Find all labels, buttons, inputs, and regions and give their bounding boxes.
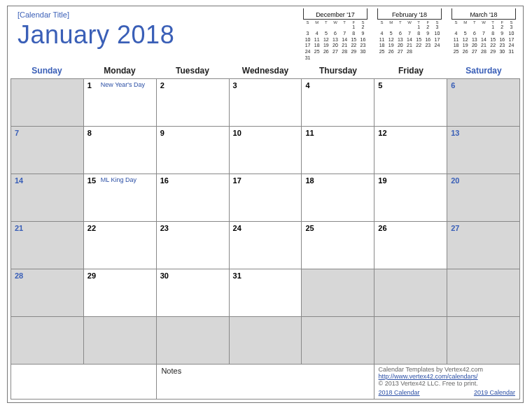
mini-day: 22 [489,43,498,49]
mini-calendar: December '17SMTWTFS123456789101112131415… [302,10,369,62]
day-number: 26 [378,224,386,232]
day-number: 15 [88,176,96,185]
mini-day: 31 [507,49,516,55]
day-number: 12 [378,129,386,137]
mini-day: 25 [377,49,386,55]
day-number: 1 [88,81,92,90]
calendar-cell [374,317,447,365]
day-number: 25 [305,224,314,232]
calendar-cell: 26 [374,222,447,269]
calendar-cell: 9 [157,127,230,174]
mini-day: 2 [498,24,507,31]
mini-day: 5 [386,31,396,37]
day-number: 9 [160,129,164,137]
link-2018[interactable]: 2018 Calendar [379,389,420,396]
dow-label: Friday [374,66,447,76]
mini-day: 3 [303,31,312,37]
calendar-cell: 14 [11,174,84,222]
mini-day: 21 [340,43,349,49]
mini-day: 26 [321,49,330,55]
calendar-cell: 31 [230,269,302,317]
mini-day: 14 [340,37,349,43]
notes-cell: Notes [156,365,374,400]
link-2019[interactable]: 2019 Calendar [474,389,515,396]
calendar-cell: 21 [11,222,84,269]
mini-day: 4 [377,31,386,37]
calendar-cell: 7 [11,127,84,174]
mini-day: 6 [396,31,405,37]
mini-day: 21 [405,43,414,49]
day-number: 30 [160,271,169,280]
mini-day: 23 [498,43,507,49]
mini-calendar-grid: 1234567891011121314151617181920212223242… [302,24,369,62]
day-number: 2 [160,81,164,90]
mini-day: 18 [312,43,321,49]
mini-day: 19 [386,43,396,49]
day-number: 6 [451,81,455,90]
mini-day: 7 [405,31,414,37]
day-number: 14 [15,176,23,185]
day-number: 5 [378,81,382,90]
mini-day: 17 [433,37,442,43]
mini-day: 23 [358,43,368,49]
mini-day: 5 [321,31,330,37]
calendar-cell: 20 [447,174,520,222]
mini-day: 15 [349,37,358,43]
calendar-cell: 29 [84,269,157,317]
day-number: 13 [451,129,459,137]
month-title: January 2018 [18,20,302,50]
calendar-cell [84,317,157,365]
mini-calendar-grid: 1234567891011121314151617181920212223242… [376,24,443,55]
mini-day: 27 [470,49,479,55]
mini-day: 10 [433,31,442,37]
title-block: [Calendar Title] January 2018 [18,10,302,62]
day-number: 20 [451,176,459,185]
day-number: 11 [305,129,314,137]
mini-day: 18 [451,43,461,49]
mini-day: 10 [303,37,312,43]
day-number: 10 [233,129,241,137]
day-number: 24 [233,224,241,232]
mini-day: 1 [414,24,424,31]
credits-line1: Calendar Templates by Vertex42.com [379,366,515,373]
notes-label: Notes [161,367,181,375]
day-number: 7 [15,129,19,137]
mini-day: 16 [498,37,507,43]
mini-day: 12 [321,37,330,43]
mini-day: 25 [312,49,321,55]
mini-day: 25 [451,49,461,55]
day-number: 29 [88,271,96,280]
mini-calendar-title: December '17 [303,10,368,20]
day-number: 28 [15,271,23,280]
calendar-cell: 6 [447,79,520,127]
mini-day: 7 [340,31,349,37]
mini-day: 24 [507,43,516,49]
day-number: 22 [88,224,96,232]
mini-calendar-title: February '18 [377,10,442,20]
mini-day: 28 [479,49,488,55]
mini-day: 1 [349,24,358,31]
calendar-document: [Calendar Title] January 2018 December '… [7,6,524,403]
dow-row: SundayMondayTuesdayWednesdayThursdayFrid… [8,63,523,78]
calendar-cell [374,269,447,317]
holiday-label: New Year's Day [101,81,145,88]
day-number: 23 [160,224,169,232]
mini-day: 14 [405,37,414,43]
calendar-cell: 22 [84,222,157,269]
calendar-cell: 13 [447,127,520,174]
mini-day: 4 [451,31,461,37]
mini-day: 22 [349,43,358,49]
mini-day: 11 [451,37,461,43]
mini-day: 19 [461,43,470,49]
day-number: 19 [378,176,386,185]
calendar-cell: 30 [157,269,230,317]
mini-day: 20 [330,43,340,49]
credits-link-url[interactable]: http://www.vertex42.com/calendars/ [379,373,515,380]
day-number: 3 [233,81,237,90]
mini-day: 2 [358,24,368,31]
mini-day: 8 [349,31,358,37]
calendar-cell: 11 [302,127,374,174]
mini-day: 9 [424,31,433,37]
mini-day: 20 [396,43,405,49]
mini-day: 15 [414,37,424,43]
